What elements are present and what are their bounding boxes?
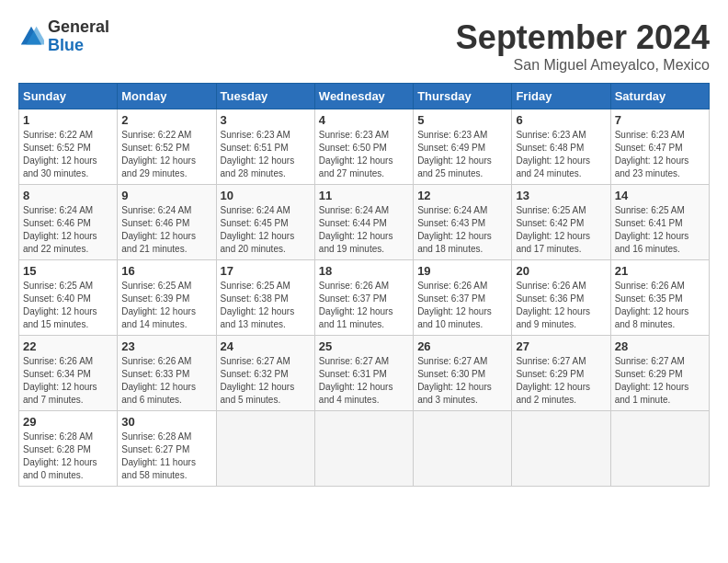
day-number: 23 <box>121 339 211 353</box>
day-info: Sunrise: 6:22 AM Sunset: 6:52 PM Dayligh… <box>23 129 113 180</box>
day-number: 7 <box>615 113 705 127</box>
day-info: Sunrise: 6:27 AM Sunset: 6:29 PM Dayligh… <box>516 355 606 407</box>
day-number: 8 <box>23 189 113 202</box>
location-title: San Miguel Ameyalco, Mexico <box>456 57 710 74</box>
weekday-header-cell: Saturday <box>610 84 709 109</box>
day-number: 26 <box>417 339 507 353</box>
day-info: Sunrise: 6:28 AM Sunset: 6:27 PM Dayligh… <box>121 431 211 482</box>
day-number: 17 <box>221 264 311 278</box>
calendar-row: 8Sunrise: 6:24 AM Sunset: 6:46 PM Daylig… <box>19 185 710 260</box>
calendar-cell: 30Sunrise: 6:28 AM Sunset: 6:27 PM Dayli… <box>118 411 216 487</box>
day-info: Sunrise: 6:26 AM Sunset: 6:37 PM Dayligh… <box>417 280 507 331</box>
calendar-cell: 1Sunrise: 6:22 AM Sunset: 6:52 PM Daylig… <box>19 109 118 185</box>
day-number: 12 <box>417 189 507 202</box>
day-info: Sunrise: 6:25 AM Sunset: 6:39 PM Dayligh… <box>121 280 211 331</box>
calendar-cell: 11Sunrise: 6:24 AM Sunset: 6:44 PM Dayli… <box>314 185 413 260</box>
logo-icon <box>18 24 44 50</box>
day-info: Sunrise: 6:23 AM Sunset: 6:50 PM Dayligh… <box>319 129 409 180</box>
day-info: Sunrise: 6:27 AM Sunset: 6:30 PM Dayligh… <box>417 355 507 407</box>
calendar-row: 15Sunrise: 6:25 AM Sunset: 6:40 PM Dayli… <box>19 260 710 336</box>
calendar-cell: 28Sunrise: 6:27 AM Sunset: 6:29 PM Dayli… <box>610 336 709 411</box>
calendar-cell: 3Sunrise: 6:23 AM Sunset: 6:51 PM Daylig… <box>216 109 314 185</box>
day-number: 16 <box>121 264 211 278</box>
day-info: Sunrise: 6:24 AM Sunset: 6:45 PM Dayligh… <box>221 204 311 256</box>
weekday-header-cell: Friday <box>512 84 610 109</box>
day-info: Sunrise: 6:23 AM Sunset: 6:47 PM Dayligh… <box>615 129 705 180</box>
calendar-cell: 6Sunrise: 6:23 AM Sunset: 6:48 PM Daylig… <box>512 109 610 185</box>
day-number: 10 <box>221 189 311 202</box>
calendar-cell <box>512 411 610 487</box>
day-number: 2 <box>121 113 211 127</box>
day-number: 14 <box>615 189 705 202</box>
calendar-cell: 13Sunrise: 6:25 AM Sunset: 6:42 PM Dayli… <box>512 185 610 260</box>
calendar-cell: 9Sunrise: 6:24 AM Sunset: 6:46 PM Daylig… <box>118 185 216 260</box>
day-info: Sunrise: 6:23 AM Sunset: 6:49 PM Dayligh… <box>417 129 507 180</box>
calendar-cell: 23Sunrise: 6:26 AM Sunset: 6:33 PM Dayli… <box>118 336 216 411</box>
day-info: Sunrise: 6:24 AM Sunset: 6:46 PM Dayligh… <box>121 204 211 256</box>
calendar-cell: 20Sunrise: 6:26 AM Sunset: 6:36 PM Dayli… <box>512 260 610 336</box>
logo-text: General Blue <box>48 18 109 55</box>
day-number: 20 <box>516 264 606 278</box>
day-number: 6 <box>516 113 606 127</box>
day-number: 1 <box>23 113 113 127</box>
weekday-header-cell: Sunday <box>19 84 118 109</box>
day-info: Sunrise: 6:24 AM Sunset: 6:44 PM Dayligh… <box>319 204 409 256</box>
calendar-cell: 18Sunrise: 6:26 AM Sunset: 6:37 PM Dayli… <box>314 260 413 336</box>
day-number: 11 <box>319 189 409 202</box>
day-info: Sunrise: 6:24 AM Sunset: 6:43 PM Dayligh… <box>417 204 507 256</box>
calendar-cell: 22Sunrise: 6:26 AM Sunset: 6:34 PM Dayli… <box>19 336 118 411</box>
day-info: Sunrise: 6:25 AM Sunset: 6:42 PM Dayligh… <box>516 204 606 256</box>
day-number: 21 <box>615 264 705 278</box>
day-info: Sunrise: 6:25 AM Sunset: 6:38 PM Dayligh… <box>221 280 311 331</box>
day-number: 5 <box>417 113 507 127</box>
calendar-cell: 15Sunrise: 6:25 AM Sunset: 6:40 PM Dayli… <box>19 260 118 336</box>
day-info: Sunrise: 6:26 AM Sunset: 6:36 PM Dayligh… <box>516 280 606 331</box>
calendar-cell: 10Sunrise: 6:24 AM Sunset: 6:45 PM Dayli… <box>216 185 314 260</box>
calendar-cell: 17Sunrise: 6:25 AM Sunset: 6:38 PM Dayli… <box>216 260 314 336</box>
calendar-cell: 14Sunrise: 6:25 AM Sunset: 6:41 PM Dayli… <box>610 185 709 260</box>
day-number: 28 <box>615 339 705 353</box>
weekday-header-cell: Monday <box>118 84 216 109</box>
day-number: 22 <box>23 339 113 353</box>
day-info: Sunrise: 6:27 AM Sunset: 6:29 PM Dayligh… <box>615 355 705 407</box>
day-number: 27 <box>516 339 606 353</box>
day-info: Sunrise: 6:25 AM Sunset: 6:40 PM Dayligh… <box>23 280 113 331</box>
day-number: 18 <box>319 264 409 278</box>
day-number: 15 <box>23 264 113 278</box>
day-info: Sunrise: 6:26 AM Sunset: 6:33 PM Dayligh… <box>121 355 211 407</box>
weekday-header-cell: Tuesday <box>216 84 314 109</box>
title-block: September 2024 San Miguel Ameyalco, Mexi… <box>456 18 710 74</box>
day-number: 25 <box>319 339 409 353</box>
calendar-cell: 24Sunrise: 6:27 AM Sunset: 6:32 PM Dayli… <box>216 336 314 411</box>
day-number: 13 <box>516 189 606 202</box>
day-number: 19 <box>417 264 507 278</box>
day-info: Sunrise: 6:27 AM Sunset: 6:32 PM Dayligh… <box>221 355 311 407</box>
day-info: Sunrise: 6:22 AM Sunset: 6:52 PM Dayligh… <box>121 129 211 180</box>
calendar-cell: 8Sunrise: 6:24 AM Sunset: 6:46 PM Daylig… <box>19 185 118 260</box>
calendar-cell: 4Sunrise: 6:23 AM Sunset: 6:50 PM Daylig… <box>314 109 413 185</box>
calendar-cell: 12Sunrise: 6:24 AM Sunset: 6:43 PM Dayli… <box>414 185 512 260</box>
day-number: 29 <box>23 415 113 429</box>
day-info: Sunrise: 6:23 AM Sunset: 6:51 PM Dayligh… <box>221 129 311 180</box>
calendar-row: 1Sunrise: 6:22 AM Sunset: 6:52 PM Daylig… <box>19 109 710 185</box>
month-title: September 2024 <box>456 18 710 57</box>
day-info: Sunrise: 6:27 AM Sunset: 6:31 PM Dayligh… <box>319 355 409 407</box>
calendar-cell: 16Sunrise: 6:25 AM Sunset: 6:39 PM Dayli… <box>118 260 216 336</box>
logo: General Blue <box>18 18 109 55</box>
day-info: Sunrise: 6:25 AM Sunset: 6:41 PM Dayligh… <box>615 204 705 256</box>
calendar-cell: 25Sunrise: 6:27 AM Sunset: 6:31 PM Dayli… <box>314 336 413 411</box>
day-info: Sunrise: 6:24 AM Sunset: 6:46 PM Dayligh… <box>23 204 113 256</box>
calendar-cell: 5Sunrise: 6:23 AM Sunset: 6:49 PM Daylig… <box>414 109 512 185</box>
day-info: Sunrise: 6:28 AM Sunset: 6:28 PM Dayligh… <box>23 431 113 482</box>
calendar-cell: 2Sunrise: 6:22 AM Sunset: 6:52 PM Daylig… <box>118 109 216 185</box>
calendar-row: 29Sunrise: 6:28 AM Sunset: 6:28 PM Dayli… <box>19 411 710 487</box>
day-info: Sunrise: 6:26 AM Sunset: 6:37 PM Dayligh… <box>319 280 409 331</box>
calendar-cell <box>314 411 413 487</box>
day-number: 3 <box>221 113 311 127</box>
calendar-cell: 26Sunrise: 6:27 AM Sunset: 6:30 PM Dayli… <box>414 336 512 411</box>
day-number: 9 <box>121 189 211 202</box>
day-info: Sunrise: 6:26 AM Sunset: 6:34 PM Dayligh… <box>23 355 113 407</box>
weekday-header-row: SundayMondayTuesdayWednesdayThursdayFrid… <box>19 84 710 109</box>
day-number: 24 <box>221 339 311 353</box>
header: General Blue September 2024 San Miguel A… <box>18 18 710 74</box>
